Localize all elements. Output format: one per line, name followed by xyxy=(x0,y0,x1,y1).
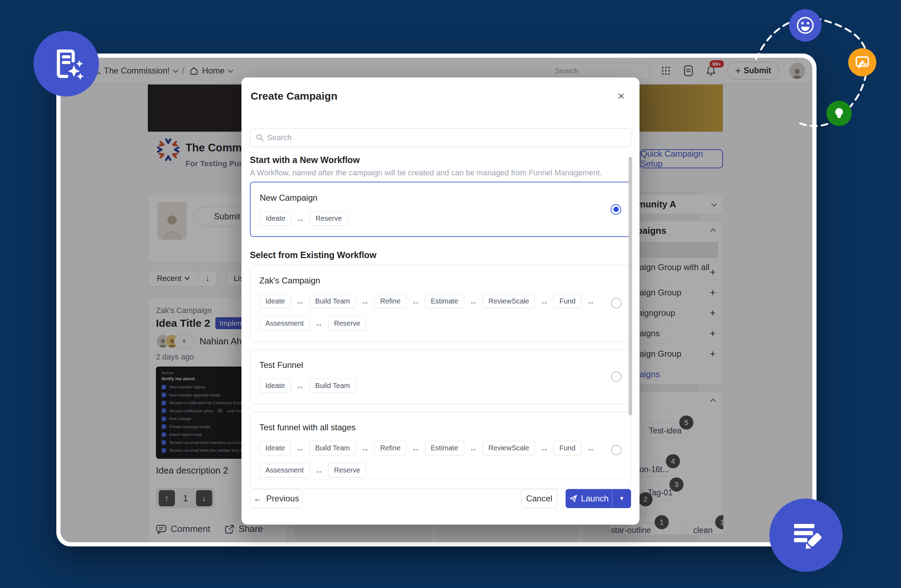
stage-chip: Fund xyxy=(553,441,581,455)
stage-chip: Refine xyxy=(374,441,407,455)
stage-chip: ReviewScale xyxy=(483,294,535,309)
compose-edit-icon xyxy=(769,499,843,572)
bidirectional-arrow-icon: ↔ xyxy=(586,296,595,306)
stage-chip: Ideate xyxy=(259,441,291,455)
bidirectional-arrow-icon: ↔ xyxy=(411,443,421,453)
bidirectional-arrow-icon: ↔ xyxy=(539,296,549,306)
workflow-search-input[interactable] xyxy=(267,133,625,142)
new-workflow-description: A Workflow, named after the campaign wil… xyxy=(250,168,602,178)
workflow-stages: Ideate↔Build Team↔Refine↔Estimate↔Review… xyxy=(259,441,615,477)
feedback-image-icon xyxy=(848,48,876,76)
bidirectional-arrow-icon: ↔ xyxy=(539,443,549,453)
workflow-radio[interactable] xyxy=(611,204,621,215)
note-sparkle-icon xyxy=(33,31,99,97)
stage-chip: Refine xyxy=(374,294,407,309)
workflow-radio[interactable] xyxy=(611,298,622,309)
stage-chip: Estimate xyxy=(425,441,464,455)
bidirectional-arrow-icon: ↔ xyxy=(360,443,370,453)
bidirectional-arrow-icon: ↔ xyxy=(468,296,478,306)
modal-scrollbar[interactable] xyxy=(628,157,632,415)
stage-chip: Reserve xyxy=(328,316,366,331)
workflow-card[interactable]: Test funnel with all stagesIdeate↔Build … xyxy=(250,412,631,488)
smiley-icon xyxy=(789,9,822,42)
workflow-card[interactable]: Zak's CampaignIdeate↔Build Team↔Refine↔E… xyxy=(250,265,631,342)
cancel-button[interactable]: Cancel xyxy=(521,489,557,508)
workflow-stages: Ideate↔Build Team↔Refine↔Estimate↔Review… xyxy=(259,294,615,331)
launch-button[interactable]: Launch xyxy=(566,489,612,508)
bidirectional-arrow-icon: ↔ xyxy=(586,443,595,453)
existing-workflow-heading: Select from Existing Workflow xyxy=(250,250,376,260)
workflow-name: New Campaign xyxy=(260,193,621,203)
stage-chip: Ideate xyxy=(259,294,291,309)
workflow-radio[interactable] xyxy=(611,445,622,455)
stage-chip: Build Team xyxy=(309,294,356,309)
bidirectional-arrow-icon: ↔ xyxy=(295,443,305,453)
workflow-name: Test funnel with all stages xyxy=(259,423,622,432)
workflow-stages: Ideate↔Reserve xyxy=(260,211,615,226)
workflow-search[interactable] xyxy=(250,128,631,147)
stage-chip: Ideate xyxy=(260,211,292,226)
bidirectional-arrow-icon: ↔ xyxy=(360,296,370,306)
workflow-radio[interactable] xyxy=(611,371,622,382)
stage-chip: Estimate xyxy=(425,294,464,309)
new-workflow-heading: Start with a New Workflow xyxy=(250,155,360,165)
stage-chip: Build Team xyxy=(309,379,356,393)
send-icon xyxy=(569,494,578,503)
stage-chip: Assessment xyxy=(259,463,310,477)
bidirectional-arrow-icon: ↔ xyxy=(411,296,421,306)
workflow-name: Test Funnel xyxy=(259,360,622,370)
close-icon[interactable]: × xyxy=(613,88,629,103)
workflow-name: Zak's Campaign xyxy=(259,276,622,285)
bidirectional-arrow-icon: ↔ xyxy=(314,319,324,329)
bidirectional-arrow-icon: ↔ xyxy=(295,296,305,306)
stage-chip: Build Team xyxy=(309,441,356,455)
stage-chip: Reserve xyxy=(328,463,366,477)
stage-chip: Reserve xyxy=(310,211,348,226)
launch-label: Launch xyxy=(581,494,609,504)
workflow-card[interactable]: Test FunnelIdeate↔Build Team xyxy=(250,349,631,404)
bidirectional-arrow-icon: ↔ xyxy=(296,214,306,224)
stage-chip: Assessment xyxy=(259,316,310,331)
stage-chip: Fund xyxy=(553,294,581,309)
launch-options-caret[interactable]: ▼ xyxy=(612,489,631,508)
create-campaign-modal: Create Campaign × Start with a New Workf… xyxy=(242,78,639,525)
previous-button[interactable]: ← Previous xyxy=(250,489,303,508)
bidirectional-arrow-icon: ↔ xyxy=(295,381,305,391)
workflow-card[interactable]: New CampaignIdeate↔Reserve xyxy=(250,182,631,237)
stage-chip: ReviewScale xyxy=(483,441,535,455)
workflow-stages: Ideate↔Build Team xyxy=(259,379,615,393)
modal-title: Create Campaign xyxy=(251,90,338,102)
search-icon xyxy=(256,134,263,142)
arrow-left-icon: ← xyxy=(253,494,262,504)
previous-label: Previous xyxy=(266,494,299,504)
lightbulb-icon xyxy=(826,101,852,126)
stage-chip: Ideate xyxy=(259,379,291,393)
bidirectional-arrow-icon: ↔ xyxy=(468,443,478,453)
bidirectional-arrow-icon: ↔ xyxy=(314,465,324,475)
